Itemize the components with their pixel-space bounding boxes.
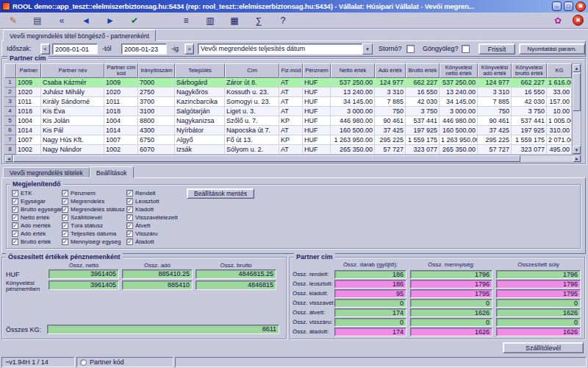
report-button[interactable]: ▥: [201, 14, 219, 27]
table-row[interactable]: 31011Király Sándorné10113700Kazincbarcik…: [4, 97, 572, 107]
column-header[interactable]: Partner név: [41, 63, 104, 78]
checkbox-checked-icon[interactable]: ✓: [12, 230, 18, 237]
column-header[interactable]: Nettó érték: [331, 63, 375, 78]
palette-button[interactable]: ✿: [549, 14, 567, 27]
column-header[interactable]: Partner: [16, 63, 41, 78]
date-from-input[interactable]: [52, 43, 98, 54]
display-option[interactable]: ✓Adó mérték: [12, 222, 62, 230]
display-option[interactable]: ✓Megrendelés: [62, 197, 125, 205]
table-row[interactable]: 41018Kis Éva10183100SalgótarjánLiget u. …: [4, 107, 572, 116]
checkbox-checked-icon[interactable]: ✓: [62, 238, 68, 245]
checkbox-checked-icon[interactable]: ✓: [126, 222, 133, 229]
row-number[interactable]: 3: [4, 97, 16, 107]
scroll-up-button[interactable]: ▲: [573, 64, 581, 72]
display-option[interactable]: ✓ETK: [12, 189, 62, 197]
checkbox-checked-icon[interactable]: ✓: [126, 214, 133, 221]
period-prev-button[interactable]: <: [40, 43, 50, 54]
prev-button[interactable]: ◄: [77, 14, 95, 27]
display-option[interactable]: ✓Kiadott: [126, 205, 178, 213]
edit-button[interactable]: ✎: [4, 14, 22, 27]
table-row[interactable]: 71007Nagy Hús Kft.10076750AlgyőFő út 13.…: [4, 135, 572, 145]
checkbox-checked-icon[interactable]: ✓: [12, 190, 18, 197]
table-row[interactable]: 61014Kis Pál10144300NyírbátorNapocska út…: [4, 126, 572, 135]
checkbox-checked-icon[interactable]: ✓: [126, 190, 133, 197]
display-option[interactable]: ✓Egységár: [12, 197, 62, 205]
checkbox-checked-icon[interactable]: ✓: [126, 230, 133, 237]
display-option[interactable]: ✓Túra státusz: [62, 222, 125, 230]
display-option[interactable]: ✓Visszavételezett: [126, 213, 178, 222]
checkbox-checked-icon[interactable]: ✓: [62, 206, 68, 213]
column-header[interactable]: Bruttó érték: [406, 63, 440, 78]
print-button[interactable]: ▤: [29, 14, 46, 27]
display-option[interactable]: ✓Átvett: [126, 222, 178, 230]
calculator-button[interactable]: ∑: [250, 14, 268, 27]
checkbox-checked-icon[interactable]: ✓: [126, 206, 133, 213]
confirm-button[interactable]: ✔: [126, 14, 143, 27]
checkbox-checked-icon[interactable]: ✓: [126, 238, 133, 245]
storno-checkbox[interactable]: [406, 45, 415, 53]
display-option[interactable]: ✓Pénznem: [62, 189, 125, 197]
hscroll-thumb[interactable]: [13, 155, 520, 162]
table-row[interactable]: 21020Juhász Mihály10202750NagykőrösKossu…: [4, 88, 572, 97]
table-row[interactable]: 51004Kis Jolán10048800NagykanizsaSzőlő u…: [4, 116, 572, 126]
checkbox-checked-icon[interactable]: ✓: [12, 238, 18, 245]
list-button[interactable]: ≡: [177, 14, 195, 27]
column-header[interactable]: Könyvelési adó érték: [478, 63, 512, 78]
checkbox-checked-icon[interactable]: ✓: [62, 198, 68, 205]
scroll-left-button[interactable]: ◄: [5, 155, 12, 162]
row-number-header[interactable]: [4, 63, 16, 78]
checkbox-checked-icon[interactable]: ✓: [12, 206, 18, 213]
scroll-right-button[interactable]: ►: [573, 155, 581, 162]
row-number[interactable]: 2: [4, 88, 16, 97]
checkbox-checked-icon[interactable]: ✓: [62, 214, 68, 221]
column-header[interactable]: Könyvelési nettó érték: [440, 63, 478, 78]
display-option[interactable]: ✓Adó érték: [12, 230, 62, 238]
checkbox-checked-icon[interactable]: ✓: [62, 190, 68, 197]
column-header[interactable]: Pénznem: [303, 63, 331, 78]
display-option[interactable]: ✓Visszáru: [126, 230, 178, 238]
save-settings-button[interactable]: Beállítások mentés: [187, 188, 254, 199]
scroll-down-button[interactable]: ▼: [573, 146, 581, 154]
row-number[interactable]: 1: [4, 78, 16, 88]
tab-settings[interactable]: Beállítások: [90, 166, 134, 178]
grid-button[interactable]: ▦: [226, 14, 243, 27]
checkbox-checked-icon[interactable]: ✓: [62, 222, 68, 229]
tab-order-item-browser[interactable]: Vevői megrendelés tétel böngésző - partn…: [3, 29, 156, 41]
row-number[interactable]: 4: [4, 107, 16, 116]
column-header[interactable]: Irányítószám: [138, 63, 175, 78]
print-params-button[interactable]: Nyomtatási param.: [519, 43, 585, 54]
display-option[interactable]: ✓Nettó érték: [12, 213, 62, 222]
column-header[interactable]: Adó érték: [375, 63, 406, 78]
column-header[interactable]: Partner cím kód: [104, 63, 138, 78]
column-header[interactable]: Település: [175, 63, 225, 78]
maximize-button[interactable]: □: [564, 1, 573, 11]
table-row[interactable]: 81002Nagy Nándor10026070IzsákSólyom u. 2…: [4, 145, 572, 155]
minimize-button[interactable]: –: [552, 1, 562, 11]
date-type-combo[interactable]: Vevői megrendelés teljesítés dátum ▼: [198, 43, 373, 54]
table-row[interactable]: 11009Csaba Kázmér10097000SárbogárdZáror …: [4, 78, 572, 88]
close-button[interactable]: ✖: [576, 1, 586, 12]
first-button[interactable]: «: [53, 14, 71, 27]
vscroll-thumb[interactable]: [573, 73, 581, 111]
column-header[interactable]: Cím: [225, 63, 279, 78]
checkbox-checked-icon[interactable]: ✓: [12, 214, 18, 221]
column-header[interactable]: Könyvelési bruttó érték: [512, 63, 547, 78]
display-option[interactable]: ✓Megrendelés státusz: [62, 205, 125, 213]
checkbox-checked-icon[interactable]: ✓: [126, 198, 133, 205]
checkbox-checked-icon[interactable]: ✓: [12, 222, 18, 229]
display-option[interactable]: ✓Teljesítés dátuma: [62, 230, 125, 238]
checkbox-checked-icon[interactable]: ✓: [12, 198, 18, 205]
display-option[interactable]: ✓Átadott: [126, 238, 178, 246]
delivery-note-button[interactable]: Szállítólevél: [503, 342, 584, 353]
display-option[interactable]: ✓Bruttó érték: [12, 238, 62, 246]
display-option[interactable]: ✓Szállítólevél: [62, 213, 125, 222]
help-button[interactable]: ?: [274, 14, 292, 27]
column-header[interactable]: Fiz.mód: [279, 63, 303, 78]
partner-code-radio[interactable]: [80, 359, 87, 366]
date-type-dropdown-button[interactable]: ▼: [362, 43, 373, 54]
column-header[interactable]: KG: [547, 63, 572, 78]
checkbox-checked-icon[interactable]: ✓: [62, 230, 68, 237]
exit-button[interactable]: ✖: [573, 15, 584, 26]
refresh-button[interactable]: Frissít: [478, 43, 515, 54]
period-next-button[interactable]: >: [184, 43, 194, 54]
